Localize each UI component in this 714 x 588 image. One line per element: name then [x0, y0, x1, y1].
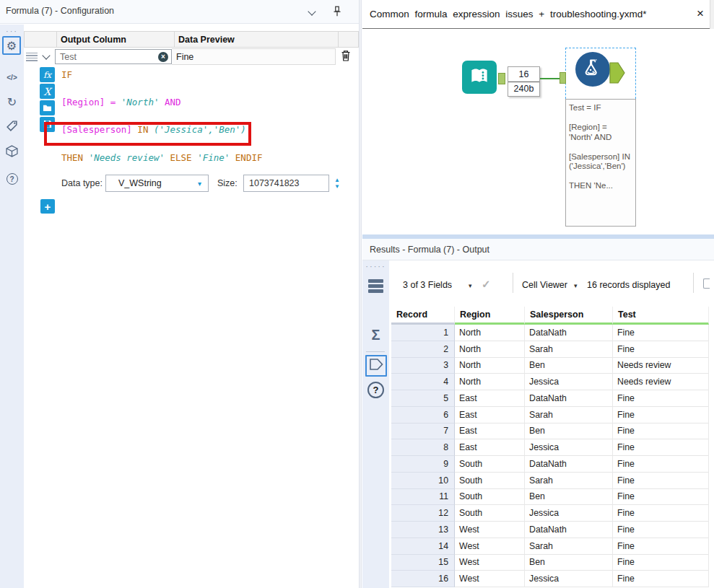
alteryx-designer-window: Formula (7) - Configuration ··· ⚙ </> ↻ …: [0, 0, 714, 588]
collapse-chevron-icon[interactable]: [308, 7, 315, 15]
highlight-annotation-box: [44, 122, 251, 146]
config-tool-sidebar: ··· ⚙ </> ↻ ?: [0, 25, 24, 588]
formula-table-header: Output Column Data Preview: [24, 31, 359, 48]
cell-test: Fine: [613, 341, 709, 358]
cell-rec: 7: [391, 424, 455, 440]
cell-reg: East: [455, 424, 525, 440]
cell-rec: 5: [391, 390, 455, 407]
sidebar-drag-handle[interactable]: ···: [0, 27, 24, 35]
table-row: 10SouthSarahFine: [391, 473, 709, 489]
cell-rec: 14: [391, 538, 455, 555]
chevron-down-icon[interactable]: ▾: [574, 282, 578, 289]
results-sidebar: ····· Σ ?: [362, 260, 389, 588]
expression-line[interactable]: IF: [61, 69, 350, 97]
connection-record-count-label[interactable]: 16 240b: [508, 66, 540, 97]
tab-refresh[interactable]: ↻: [0, 92, 24, 111]
tab-help[interactable]: ?: [0, 170, 24, 188]
expression-line[interactable]: [Region] = 'North' AND: [61, 97, 350, 124]
trash-icon: [340, 49, 352, 65]
tab-scrollbar[interactable]: [710, 0, 714, 29]
cell-viewer-dropdown[interactable]: Cell Viewer: [522, 280, 567, 290]
cell-rec: 6: [391, 407, 455, 424]
cell-reg: West: [455, 522, 525, 538]
cell-test: Needs review: [613, 358, 709, 374]
chevron-down-icon[interactable]: ▾: [469, 282, 472, 289]
formula-field-row: Test × Fine: [24, 48, 359, 66]
cell-sal: Sarah: [525, 473, 613, 489]
size-input[interactable]: 1073741823: [243, 175, 329, 192]
spinner-down-icon[interactable]: ▼: [334, 183, 340, 190]
gear-icon: ⚙: [6, 39, 17, 53]
toolbar-overflow-icon[interactable]: [703, 278, 710, 289]
open-expression-button[interactable]: [40, 100, 55, 115]
output-anchor[interactable]: [498, 73, 505, 84]
column-header-salesperson[interactable]: Salesperson: [525, 307, 613, 325]
tool-annotation-box[interactable]: Test = IF [Region] = 'North' AND [Salesp…: [565, 99, 636, 227]
results-drag-handle[interactable]: ·····: [362, 262, 389, 271]
cell-reg: East: [455, 439, 525, 456]
formula-tool[interactable]: [575, 52, 610, 87]
table-row: 14WestSarahFine: [391, 538, 709, 555]
tab-annotation[interactable]: [0, 118, 24, 136]
table-row: 7EastBenFine: [391, 424, 709, 440]
column-header-output: Output Column: [57, 32, 175, 47]
cell-test: Fine: [613, 439, 709, 456]
sigma-icon[interactable]: Σ: [362, 327, 389, 343]
package-icon: [6, 145, 18, 160]
output-column-input[interactable]: Test ×: [55, 49, 172, 64]
tab-package[interactable]: [0, 143, 24, 162]
panel-splitter-vertical[interactable]: [359, 0, 362, 588]
cell-rec: 16: [391, 571, 455, 587]
data-preview-cell: Fine: [172, 48, 336, 65]
tab-configuration[interactable]: ⚙: [2, 36, 21, 55]
connection-line[interactable]: [540, 78, 562, 79]
results-help-button[interactable]: ?: [367, 382, 384, 398]
pin-icon[interactable]: [331, 4, 344, 22]
cell-test: Fine: [613, 555, 709, 571]
insert-variable-button[interactable]: X: [40, 84, 55, 99]
cell-reg: West: [455, 571, 525, 587]
cell-reg: South: [455, 505, 525, 522]
folder-icon: [43, 102, 52, 115]
table-row: 2NorthSarahFine: [391, 341, 709, 358]
cell-sal: DataNath: [525, 325, 613, 341]
workflow-tab[interactable]: Common formula expression issues + troub…: [370, 9, 647, 19]
table-row: 5EastDataNathFine: [391, 390, 709, 407]
table-row: 16WestJessicaFine: [391, 571, 709, 587]
cell-test: Fine: [613, 571, 709, 587]
grid-view-icon[interactable]: [368, 279, 383, 293]
apply-check-icon[interactable]: ✓: [482, 278, 491, 291]
delete-expression-button[interactable]: [336, 49, 356, 65]
row-expand-chevron-icon[interactable]: [42, 51, 50, 59]
fx-icon: fx: [43, 70, 51, 80]
clear-field-icon[interactable]: ×: [158, 52, 168, 62]
table-row: 12SouthJessicaFine: [391, 505, 709, 522]
input-anchor[interactable]: [560, 72, 566, 84]
cell-reg: North: [455, 358, 525, 374]
workflow-tab-bar: Common formula expression issues + troub…: [362, 0, 714, 29]
cell-reg: East: [455, 390, 525, 407]
cell-reg: South: [455, 489, 525, 506]
spinner-up-icon[interactable]: ▲: [334, 177, 340, 183]
column-header-record[interactable]: Record: [391, 307, 455, 325]
header-spacer: [25, 32, 57, 47]
output-anchor-selected[interactable]: [609, 62, 625, 87]
column-header-test[interactable]: Test: [613, 307, 709, 325]
cell-test: Fine: [613, 522, 709, 538]
text-input-tool[interactable]: [462, 61, 497, 94]
fields-dropdown[interactable]: 3 of 3 Fields: [403, 280, 452, 290]
data-type-dropdown[interactable]: V_WString ▾: [105, 175, 209, 192]
table-row: 3NorthBenNeeds review: [391, 358, 709, 374]
size-stepper[interactable]: ▲ ▼: [331, 175, 343, 192]
column-header-region[interactable]: Region: [455, 307, 525, 325]
tab-expression-code[interactable]: </>: [0, 68, 24, 87]
close-icon[interactable]: ×: [697, 6, 704, 21]
add-expression-button[interactable]: +: [40, 199, 55, 214]
refresh-icon: ↻: [7, 95, 17, 109]
cell-reg: West: [455, 555, 525, 571]
book-icon: [469, 66, 490, 88]
data-view-selected[interactable]: [365, 355, 387, 377]
results-table-header: Record Region Salesperson Test: [391, 307, 709, 325]
row-drag-handle-icon[interactable]: [26, 53, 38, 61]
insert-function-button[interactable]: fx: [40, 67, 55, 82]
